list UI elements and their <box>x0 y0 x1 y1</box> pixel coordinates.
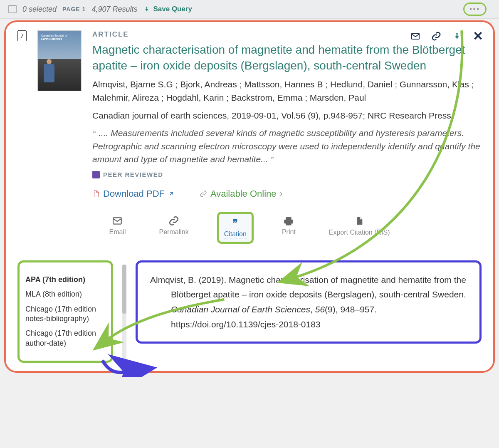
result-abstract: ❝ .... Measurements included several kin… <box>92 126 482 166</box>
thumb-subject: Earth Sciences <box>41 37 62 40</box>
citation-pre: Almqvist, B. (2019). Magnetic characteri… <box>150 275 466 299</box>
result-source: Canadian journal of earth sciences, 2019… <box>92 109 482 123</box>
peer-reviewed-label: PEER REVIEWED <box>103 171 163 178</box>
action-permalink-label: Permalink <box>159 228 189 236</box>
print-icon <box>283 215 294 226</box>
results-count: 4,907 Results <box>91 5 137 14</box>
select-all-checkbox[interactable] <box>8 5 17 13</box>
action-permalink[interactable]: Permalink <box>154 212 194 244</box>
action-export-ris[interactable]: Export Citation (RIS) <box>324 212 395 244</box>
quote-open-icon: ❝ <box>92 129 99 138</box>
available-online-link[interactable]: Available Online › <box>200 188 283 199</box>
pin-icon[interactable] <box>452 31 462 41</box>
styles-scrollbar[interactable] <box>122 265 126 363</box>
available-online-label: Available Online <box>210 188 277 199</box>
action-bar: Email Permalink ❞ Citation Print Export … <box>17 212 482 244</box>
link-icon <box>168 215 179 226</box>
chevron-right-icon: › <box>280 188 283 199</box>
email-icon <box>112 215 123 226</box>
download-pdf-label: Download PDF <box>103 188 165 199</box>
peer-reviewed-icon <box>92 171 100 178</box>
email-icon[interactable] <box>410 31 420 41</box>
citation-vol: 56 <box>315 304 325 314</box>
style-chicago-ad[interactable]: Chicago (17th edition author-date) <box>25 329 105 348</box>
peer-reviewed-badge: PEER REVIEWED <box>92 171 482 178</box>
abstract-text: .... Measurements included several kinds… <box>92 128 480 164</box>
pin-icon <box>143 5 151 13</box>
citation-output[interactable]: Almqvist, B. (2019). Magnetic characteri… <box>136 260 482 344</box>
result-authors: Almqvist, Bjarne S.G ; Bjork, Andreas ; … <box>92 78 482 105</box>
action-print[interactable]: Print <box>277 212 301 244</box>
download-pdf-link[interactable]: Download PDF <box>92 188 175 199</box>
style-apa[interactable]: APA (7th edition) <box>25 275 105 285</box>
selected-count: 0 selected <box>22 5 57 14</box>
citation-styles-list: APA (7th edition) MLA (8th edition) Chic… <box>17 260 113 363</box>
page-indicator: PAGE 1 <box>62 6 86 12</box>
style-chicago-nb[interactable]: Chicago (17th edition notes-bibliography… <box>25 304 105 324</box>
results-toolbar: 0 selected PAGE 1 4,907 Results Save Que… <box>0 0 499 19</box>
action-citation-label: Citation <box>224 230 247 238</box>
citation-mid: , <box>310 304 315 314</box>
close-button[interactable]: ✕ <box>473 29 483 43</box>
journal-thumbnail[interactable]: Canadian Journal ofEarth Sciences <box>37 30 82 91</box>
style-mla[interactable]: MLA (8th edition) <box>25 290 105 299</box>
action-email-label: Email <box>109 228 126 236</box>
save-query-button[interactable]: Save Query <box>143 5 192 13</box>
citation-journal: Canadian Journal of Earth Sciences <box>171 304 310 314</box>
action-citation[interactable]: ❞ Citation <box>217 212 254 244</box>
thumb-journal: Canadian Journal of <box>41 34 67 37</box>
link-icon <box>200 190 207 198</box>
external-icon <box>168 191 175 197</box>
link-icon[interactable] <box>431 31 441 41</box>
citation-panel: APA (7th edition) MLA (8th edition) Chic… <box>17 260 482 363</box>
result-number: 7 <box>17 30 27 41</box>
more-actions-button[interactable]: ••• <box>463 2 487 16</box>
quote-close-icon: ❞ <box>268 156 274 164</box>
file-export-icon <box>355 215 364 226</box>
action-email[interactable]: Email <box>104 212 131 244</box>
save-query-label: Save Query <box>153 5 192 13</box>
result-card: ✕ 7 Canadian Journal ofEarth Sciences AR… <box>4 20 495 373</box>
quote-icon: ❞ <box>232 217 238 229</box>
action-print-label: Print <box>282 228 296 236</box>
pdf-icon <box>92 190 100 198</box>
card-top-actions: ✕ <box>410 29 483 43</box>
result-title[interactable]: Magnetic characterisation of magnetite a… <box>92 42 482 74</box>
action-export-label: Export Citation (RIS) <box>329 228 390 236</box>
